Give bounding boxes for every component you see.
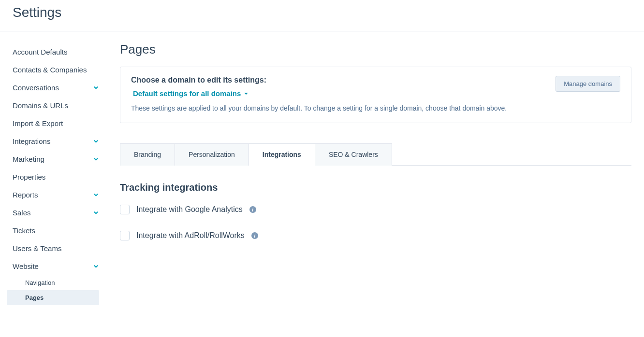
page-title: Settings [13, 5, 631, 20]
option-row-integrate-with-adroll-rollworks: Integrate with AdRoll/RollWorksi [120, 231, 631, 240]
sidebar-item-label: Conversations [13, 84, 59, 92]
sidebar-item-label: Sales [13, 209, 31, 217]
option-label: Integrate with Google Analytics [136, 205, 243, 214]
tab-personalization[interactable]: Personalization [175, 143, 249, 166]
sidebar-item-website[interactable]: Website [0, 257, 105, 275]
option-label: Integrate with AdRoll/RollWorks [136, 231, 245, 240]
sidebar-item-tickets[interactable]: Tickets [0, 222, 105, 239]
layout: Account DefaultsContacts & CompaniesConv… [0, 31, 644, 317]
sidebar-item-marketing[interactable]: Marketing [0, 150, 105, 168]
chevron-down-icon [92, 209, 100, 217]
tab-integrations[interactable]: Integrations [249, 143, 315, 166]
tracking-options: Integrate with Google AnalyticsiIntegrat… [120, 205, 631, 240]
section-heading: Tracking integrations [120, 182, 631, 193]
chevron-down-icon [92, 263, 100, 270]
sidebar-item-label: Domains & URLs [13, 101, 68, 110]
page-header: Settings [0, 0, 644, 31]
caret-down-icon [244, 89, 249, 98]
sidebar-item-label: Contacts & Companies [13, 66, 87, 74]
sidebar-item-contacts-companies[interactable]: Contacts & Companies [0, 61, 105, 79]
domain-selector[interactable]: Default settings for all domains [131, 89, 249, 98]
option-row-integrate-with-google-analytics: Integrate with Google Analyticsi [120, 205, 631, 214]
sidebar-item-import-export[interactable]: Import & Export [0, 114, 105, 132]
sidebar-item-reports[interactable]: Reports [0, 186, 105, 204]
checkbox-integrate-with-adroll-rollworks[interactable] [120, 231, 130, 240]
sidebar-item-label: Reports [13, 191, 38, 199]
sidebar-subitem-pages[interactable]: Pages [7, 290, 99, 305]
sidebar-item-label: Tickets [13, 226, 35, 235]
main-content: Pages Choose a domain to edit its settin… [105, 31, 644, 317]
domain-panel: Choose a domain to edit its settings: De… [120, 67, 631, 123]
sidebar-item-label: Import & Export [13, 119, 63, 127]
domain-panel-description: These settings are applied to all your d… [131, 104, 548, 112]
chevron-down-icon [92, 138, 100, 145]
tab-branding[interactable]: Branding [120, 143, 175, 166]
main-title: Pages [120, 42, 631, 57]
chevron-down-icon [92, 84, 100, 92]
domain-panel-left: Choose a domain to edit its settings: De… [131, 76, 548, 112]
sidebar-item-properties[interactable]: Properties [0, 168, 105, 186]
sidebar-item-users-teams[interactable]: Users & Teams [0, 239, 105, 257]
sidebar-item-label: Account Defaults [13, 48, 67, 56]
sidebar-item-integrations[interactable]: Integrations [0, 132, 105, 150]
chevron-down-icon [92, 155, 100, 163]
checkbox-integrate-with-google-analytics[interactable] [120, 205, 130, 214]
sidebar-item-domains-urls[interactable]: Domains & URLs [0, 97, 105, 114]
sidebar-item-label: Users & Teams [13, 244, 61, 253]
sidebar-item-sales[interactable]: Sales [0, 204, 105, 222]
sidebar: Account DefaultsContacts & CompaniesConv… [0, 31, 105, 317]
domain-panel-heading: Choose a domain to edit its settings: [131, 76, 548, 84]
sidebar-item-label: Properties [13, 173, 45, 181]
sidebar-item-label: Marketing [13, 155, 44, 163]
sidebar-item-label: Integrations [13, 137, 50, 145]
chevron-down-icon [92, 191, 100, 199]
sidebar-item-account-defaults[interactable]: Account Defaults [0, 43, 105, 61]
sidebar-subitem-navigation[interactable]: Navigation [7, 275, 99, 290]
tabs: BrandingPersonalizationIntegrationsSEO &… [120, 143, 631, 166]
tab-seo-crawlers[interactable]: SEO & Crawlers [315, 143, 392, 166]
info-icon[interactable]: i [251, 232, 258, 239]
manage-domains-button[interactable]: Manage domains [556, 76, 620, 92]
info-icon[interactable]: i [249, 206, 256, 213]
domain-selector-label: Default settings for all domains [133, 89, 241, 98]
sidebar-item-label: Website [13, 262, 39, 270]
sidebar-item-conversations[interactable]: Conversations [0, 79, 105, 97]
